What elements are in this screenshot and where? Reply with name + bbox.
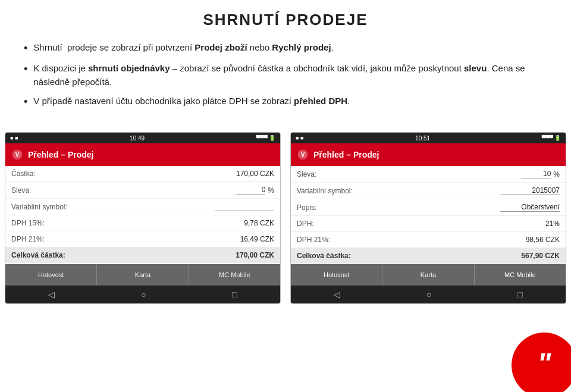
btn-mcmobile-1[interactable]: MC Mobile <box>189 264 280 286</box>
time-2: 10:51 <box>415 135 430 142</box>
signal-icon-2: ▀▀▀ <box>542 135 553 141</box>
svg-text:V: V <box>301 152 305 159</box>
app-logo-1: V <box>11 149 23 161</box>
label-sleva-2: Sleva: <box>297 170 316 178</box>
btn-hotovost-2[interactable]: Hotovost <box>291 264 382 286</box>
field-dph: DPH: 21% <box>291 216 566 232</box>
bullet-text-3: V případě nastavení účtu obchodníka jako… <box>33 95 350 108</box>
nav-back-1[interactable]: ◁ <box>48 290 55 299</box>
input-varsymbol-2[interactable] <box>353 186 560 195</box>
field-varsymbol-1: Variabilní symbol: <box>5 199 280 215</box>
input-sleva-2[interactable]: % <box>316 170 560 178</box>
label-dph21-1: DPH 21%: <box>11 235 45 243</box>
bullet-3: • V případě nastavení účtu obchodníka ja… <box>24 95 547 109</box>
svg-text:V: V <box>15 152 20 159</box>
label-varsymbol-2: Variabilní symbol: <box>297 187 353 195</box>
nav-bar-1: ◁ ○ □ <box>5 286 280 303</box>
action-buttons-2: Hotovost Karta MC Mobile <box>291 264 566 286</box>
vodafone-symbol: " <box>538 347 551 380</box>
btn-hotovost-1[interactable]: Hotovost <box>5 264 97 286</box>
bullet-text-2: K dispozici je shrnutí objednávky – zobr… <box>33 62 547 89</box>
nav-bar-2: ◁ ○ □ <box>291 286 566 303</box>
header-title-1: Přehled – Prodej <box>28 150 93 159</box>
content-area: • Shrnutí prodeje se zobrazí při potvrze… <box>0 35 571 121</box>
label-dph21-2: DPH 21%: <box>297 236 330 244</box>
screen-2: ■ ■ 10:51 ▀▀▀ 🔋 V Přehled – Prodej Sleva… <box>290 132 566 304</box>
bullet-dot-1: • <box>24 41 27 56</box>
field-varsymbol-2: Variabilní symbol: <box>291 183 566 199</box>
input-varsymbol-1[interactable] <box>67 202 274 211</box>
field-dph15: DPH 15%: 9,78 CZK <box>5 215 280 231</box>
status-bar-2: ■ ■ 10:51 ▀▀▀ 🔋 <box>291 133 566 143</box>
varsymbol-input-2[interactable] <box>500 186 560 195</box>
battery-icon-2: 🔋 <box>554 135 561 141</box>
field-popis: Popis: <box>291 199 566 216</box>
total-label-2: Celková částka: <box>297 252 351 260</box>
battery-icon-1: 🔋 <box>269 135 275 141</box>
status-right-2: ▀▀▀ 🔋 <box>542 135 561 141</box>
app-header-1: V Přehled – Prodej <box>5 143 280 166</box>
bullet-2: • K dispozici je shrnutí objednávky – zo… <box>24 62 547 89</box>
nav-recent-1[interactable]: □ <box>232 290 237 299</box>
app-logo-2: V <box>297 149 309 161</box>
screen-body-2: Sleva: % Variabilní symbol: Popis: <box>291 166 566 264</box>
nav-recent-2[interactable]: □ <box>517 290 522 299</box>
signal-icon-1: ▀▀▀ <box>256 135 268 141</box>
status-right-1: ▀▀▀ 🔋 <box>256 135 275 141</box>
total-row-2: Celková částka: 567,90 CZK <box>291 248 566 264</box>
btn-karta-1[interactable]: Karta <box>97 264 189 286</box>
sleva-unit-1: % <box>268 186 274 195</box>
field-castka: Částka: 170,00 CZK <box>5 166 280 182</box>
bullet-1: • Shrnutí prodeje se zobrazí při potvrze… <box>24 41 547 56</box>
page-title: SHRNUTÍ PRODEJE <box>0 0 571 35</box>
bullet-text-1: Shrnutí prodeje se zobrazí při potvrzení… <box>33 41 333 55</box>
field-dph21-2: DPH 21%: 98,56 CZK <box>291 232 566 248</box>
vodafone-logo: " <box>500 321 571 392</box>
sleva-input-1[interactable] <box>236 186 265 195</box>
field-sleva-1: Sleva: % <box>5 182 280 199</box>
nav-home-2[interactable]: ○ <box>426 290 431 299</box>
sleva-unit-2: % <box>553 170 560 178</box>
total-label-1: Celková částka: <box>11 251 65 259</box>
wifi-icon-1: ■ ■ <box>10 135 18 141</box>
label-castka: Částka: <box>11 170 36 178</box>
value-dph: 21% <box>545 219 560 228</box>
total-value-1: 170,00 CZK <box>236 251 274 259</box>
total-row-1: Celková částka: 170,00 CZK <box>5 247 280 264</box>
nav-home-1[interactable]: ○ <box>141 290 146 299</box>
time-1: 10:49 <box>130 135 145 142</box>
screen-body-1: Částka: 170,00 CZK Sleva: % Variabilní s… <box>5 166 280 264</box>
value-dph21-2: 98,56 CZK <box>526 236 560 244</box>
varsymbol-input-1[interactable] <box>215 202 274 211</box>
label-varsymbol-1: Variabilní symbol: <box>11 203 67 211</box>
sleva-input-2[interactable] <box>521 170 551 178</box>
field-dph21-1: DPH 21%: 16,49 CZK <box>5 231 280 247</box>
action-buttons-1: Hotovost Karta MC Mobile <box>5 264 280 286</box>
input-sleva-1[interactable]: % <box>31 186 274 195</box>
bullet-dot-2: • <box>24 62 27 77</box>
status-left-2: ■ ■ <box>296 135 303 141</box>
value-dph15: 9,78 CZK <box>244 219 274 227</box>
screens-area: ■ ■ 10:49 ▀▀▀ 🔋 V Přehled – Prodej Částk… <box>0 132 571 304</box>
nav-back-2[interactable]: ◁ <box>334 290 340 299</box>
status-left-1: ■ ■ <box>10 135 18 141</box>
wifi-icon-2: ■ ■ <box>296 135 303 141</box>
bullet-dot-3: • <box>24 95 27 109</box>
status-bar-1: ■ ■ 10:49 ▀▀▀ 🔋 <box>5 133 280 143</box>
vodafone-circle: " <box>512 333 571 392</box>
label-popis: Popis: <box>297 203 316 212</box>
input-popis[interactable] <box>316 203 560 212</box>
label-dph: DPH: <box>297 219 314 228</box>
field-sleva-2: Sleva: % <box>291 166 566 183</box>
label-dph15: DPH 15%: <box>11 219 45 227</box>
total-value-2: 567,90 CZK <box>521 252 560 260</box>
value-castka: 170,00 CZK <box>236 170 274 178</box>
app-header-2: V Přehled – Prodej <box>291 143 566 166</box>
header-title-2: Přehled – Prodej <box>313 150 379 159</box>
value-dph21-1: 16,49 CZK <box>240 235 274 243</box>
btn-mcmobile-2[interactable]: MC Mobile <box>475 264 566 286</box>
btn-karta-2[interactable]: Karta <box>382 264 474 286</box>
screen-1: ■ ■ 10:49 ▀▀▀ 🔋 V Přehled – Prodej Částk… <box>5 132 281 304</box>
label-sleva-1: Sleva: <box>11 186 31 195</box>
popis-input[interactable] <box>500 203 560 212</box>
